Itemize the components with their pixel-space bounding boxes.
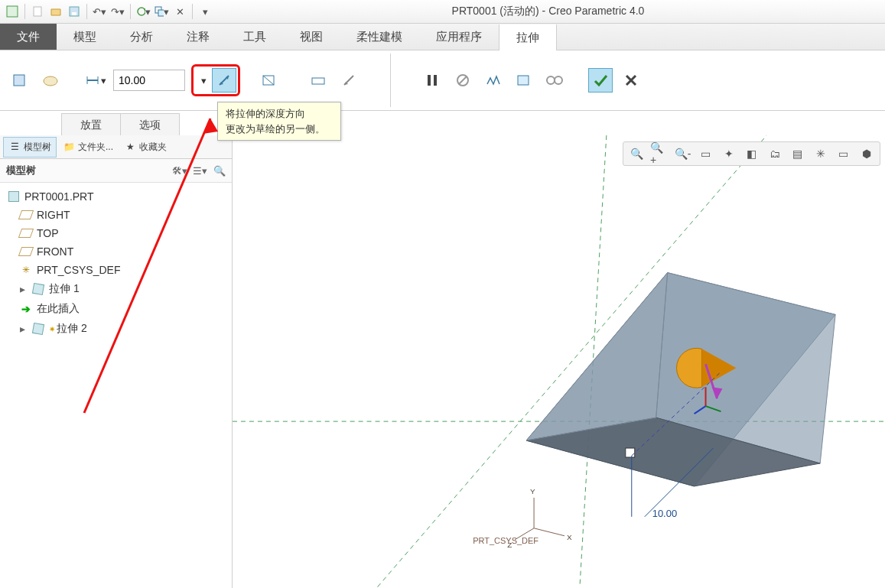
tree-ext2-label: 拉伸 2: [57, 322, 87, 336]
ribbon-tabs: 文件 模型 分析 注释 工具 视图 柔性建模 应用程序 拉伸: [0, 24, 885, 50]
panel-tab-fav[interactable]: ★ 收藏夹: [119, 138, 171, 157]
separator: [86, 4, 87, 19]
svg-rect-21: [518, 76, 529, 85]
eyewear-icon[interactable]: [542, 68, 567, 93]
depth-type-icon[interactable]: ▾: [83, 68, 107, 93]
tree-csys[interactable]: ✳ PRT_CSYS_DEF: [6, 261, 226, 279]
svg-point-4: [138, 8, 145, 15]
plane-icon: [20, 245, 32, 258]
qat-customize-icon[interactable]: ▾: [197, 4, 213, 19]
render-icon[interactable]: ⬢: [856, 145, 877, 163]
tree-search-icon[interactable]: 🔍: [213, 165, 226, 177]
depth-input[interactable]: [113, 70, 185, 91]
separator: [192, 4, 193, 19]
zoom-out-icon[interactable]: 🔍-: [672, 145, 693, 163]
tree-tools-icon[interactable]: 🛠▾: [172, 165, 187, 177]
regen-icon[interactable]: ▾: [135, 4, 151, 19]
tree-front[interactable]: FRONT: [6, 242, 226, 261]
model-tree-panel: ☰ 模型树 📁 文件夹... ★ 收藏夹 模型树 🛠▾ ☰▾ 🔍 P: [0, 135, 233, 588]
separator: [130, 4, 131, 19]
repaint-icon[interactable]: ▭: [695, 145, 716, 163]
pause-icon[interactable]: [420, 68, 444, 93]
csys-label: PRT_CSYS_DEF: [473, 536, 538, 545]
panel-tab-tree[interactable]: ☰ 模型树: [3, 137, 57, 158]
tooltip: 将拉伸的深度方向 更改为草绘的另一侧。: [217, 102, 341, 141]
panel-tabs: ☰ 模型树 📁 文件夹... ★ 收藏夹: [0, 135, 232, 159]
preview-attached-icon[interactable]: [481, 68, 506, 93]
display-style-icon[interactable]: ◧: [741, 145, 762, 163]
tree-front-label: FRONT: [37, 245, 73, 258]
tab-flex[interactable]: 柔性建模: [340, 24, 419, 50]
tab-tools[interactable]: 工具: [226, 24, 283, 50]
tree-right[interactable]: RIGHT: [6, 206, 226, 224]
tree-ext2[interactable]: ▸ ✷ 拉伸 2: [6, 319, 226, 339]
remove-material-icon[interactable]: [257, 68, 281, 93]
separator: [24, 4, 25, 19]
subtab-place[interactable]: 放置: [61, 113, 121, 137]
dimension-value[interactable]: 10.00: [652, 508, 677, 519]
undo-icon[interactable]: ↶▾: [92, 4, 107, 19]
tree-right-label: RIGHT: [37, 209, 70, 221]
surface-icon[interactable]: [38, 68, 63, 93]
expand-icon[interactable]: ▸: [20, 323, 28, 335]
tab-extrude[interactable]: 拉伸: [499, 24, 557, 50]
cancel-button[interactable]: [619, 68, 643, 93]
svg-point-8: [44, 76, 57, 86]
tab-annotate[interactable]: 注释: [170, 24, 226, 50]
tab-apps[interactable]: 应用程序: [419, 24, 499, 50]
tree-ext1[interactable]: ▸ 拉伸 1: [6, 279, 226, 299]
star-icon: ★: [124, 141, 136, 153]
tree-top[interactable]: TOP: [6, 224, 226, 242]
tree-part-label: PRT0001.PRT: [24, 190, 94, 203]
feature-icon: [32, 283, 44, 295]
saved-views-icon[interactable]: 🗂: [764, 145, 785, 163]
expand-icon[interactable]: ▸: [20, 283, 28, 295]
flip-thicken-icon[interactable]: [337, 68, 361, 93]
svg-rect-6: [158, 10, 164, 16]
redo-icon[interactable]: ↷▾: [110, 4, 125, 19]
thicken-icon[interactable]: [306, 68, 330, 93]
open-icon[interactable]: [48, 4, 63, 19]
svg-point-22: [547, 76, 555, 84]
flip-direction-button[interactable]: [212, 68, 236, 93]
view-toolbar: 🔍 🔍+ 🔍- ▭ ✦ ◧ 🗂 ▤ ✳ ▭ ⬢: [623, 141, 880, 166]
save-icon[interactable]: [67, 4, 82, 19]
folder-icon: 📁: [63, 141, 75, 153]
drag-handle[interactable]: [626, 448, 635, 457]
tooltip-line1: 将拉伸的深度方向: [226, 106, 333, 122]
new-icon[interactable]: [30, 4, 45, 19]
panel-tab-fav-label: 收藏夹: [139, 141, 167, 154]
tree-settings-icon[interactable]: ☰▾: [193, 165, 207, 177]
tab-analyze[interactable]: 分析: [113, 24, 170, 50]
annotations-icon[interactable]: ▭: [833, 145, 854, 163]
panel-tab-folders[interactable]: 📁 文件夹...: [58, 138, 118, 157]
depth-dropdown-icon[interactable]: ▾: [195, 68, 212, 93]
tree-insert[interactable]: ➔ 在此插入: [6, 299, 226, 319]
layers-icon[interactable]: ▤: [787, 145, 808, 163]
datum-display-icon[interactable]: ✳: [810, 145, 831, 163]
close-window-icon[interactable]: ✕: [172, 4, 187, 19]
spin-center-icon[interactable]: ✦: [718, 145, 739, 163]
subtab-options[interactable]: 选项: [120, 113, 180, 137]
viewport[interactable]: 🔍 🔍+ 🔍- ▭ ✦ ◧ 🗂 ▤ ✳ ▭ ⬢: [233, 135, 885, 588]
insert-icon: ➔: [20, 303, 32, 315]
tree-part[interactable]: PRT0001.PRT: [6, 187, 226, 206]
plane-icon: [20, 209, 32, 221]
refit-icon[interactable]: 🔍: [626, 145, 647, 163]
csys: X Y Z PRT_CSYS_DEF: [473, 487, 572, 549]
windows-icon[interactable]: ▾: [154, 4, 169, 19]
ok-button[interactable]: [588, 68, 613, 93]
svg-rect-17: [428, 75, 431, 86]
zoom-in-icon[interactable]: 🔍+: [649, 145, 670, 163]
no-preview-icon[interactable]: [451, 68, 475, 93]
dashboard-subtabs: 放置 选项 将拉伸的深度方向 更改为草绘的另一侧。: [0, 111, 885, 138]
preview-unattached-icon[interactable]: [512, 68, 536, 93]
tab-model[interactable]: 模型: [57, 24, 113, 50]
solid-icon[interactable]: [8, 68, 32, 93]
model-tree: PRT0001.PRT RIGHT TOP FRONT ✳ PRT_CSYS_D…: [0, 183, 232, 343]
tree-csys-label: PRT_CSYS_DEF: [37, 264, 120, 276]
tree-top-label: TOP: [37, 227, 59, 239]
panel-tab-tree-label: 模型树: [24, 141, 51, 154]
tab-view[interactable]: 视图: [283, 24, 340, 50]
tab-file[interactable]: 文件: [0, 24, 57, 50]
